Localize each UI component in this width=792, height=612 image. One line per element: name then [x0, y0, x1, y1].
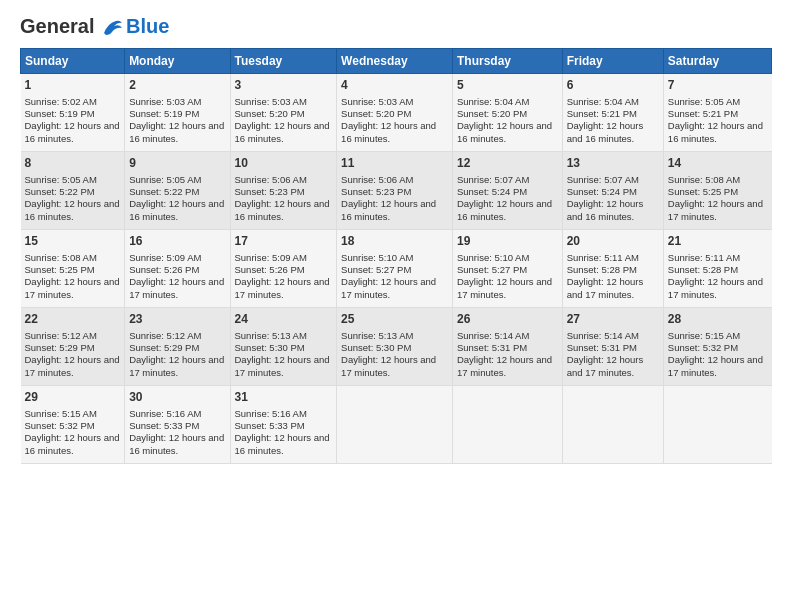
day-number: 24 — [235, 312, 333, 328]
sunset: Sunset: 5:27 PM — [341, 264, 411, 275]
weekday-header-thursday: Thursday — [452, 49, 562, 74]
daylight: Daylight: 12 hours and 16 minutes. — [235, 120, 330, 143]
day-cell: 16Sunrise: 5:09 AMSunset: 5:26 PMDayligh… — [125, 230, 230, 308]
day-cell: 1Sunrise: 5:02 AMSunset: 5:19 PMDaylight… — [21, 74, 125, 152]
sunset: Sunset: 5:26 PM — [235, 264, 305, 275]
day-number: 29 — [25, 390, 121, 406]
day-number: 12 — [457, 156, 558, 172]
daylight: Daylight: 12 hours and 17 minutes. — [668, 198, 763, 221]
sunset: Sunset: 5:28 PM — [567, 264, 637, 275]
day-number: 15 — [25, 234, 121, 250]
sunset: Sunset: 5:33 PM — [129, 420, 199, 431]
sunrise: Sunrise: 5:09 AM — [129, 252, 201, 263]
sunrise: Sunrise: 5:07 AM — [567, 174, 639, 185]
sunset: Sunset: 5:25 PM — [25, 264, 95, 275]
day-number: 18 — [341, 234, 448, 250]
sunset: Sunset: 5:25 PM — [668, 186, 738, 197]
sunset: Sunset: 5:19 PM — [25, 108, 95, 119]
daylight: Daylight: 12 hours and 17 minutes. — [668, 276, 763, 299]
day-number: 13 — [567, 156, 659, 172]
sunset: Sunset: 5:28 PM — [668, 264, 738, 275]
sunrise: Sunrise: 5:15 AM — [668, 330, 740, 341]
day-cell: 7Sunrise: 5:05 AMSunset: 5:21 PMDaylight… — [663, 74, 771, 152]
daylight: Daylight: 12 hours and 16 minutes. — [567, 120, 644, 143]
sunrise: Sunrise: 5:14 AM — [457, 330, 529, 341]
sunrise: Sunrise: 5:10 AM — [341, 252, 413, 263]
day-cell — [562, 386, 663, 464]
daylight: Daylight: 12 hours and 17 minutes. — [129, 354, 224, 377]
daylight: Daylight: 12 hours and 16 minutes. — [25, 120, 120, 143]
day-cell: 6Sunrise: 5:04 AMSunset: 5:21 PMDaylight… — [562, 74, 663, 152]
day-cell: 10Sunrise: 5:06 AMSunset: 5:23 PMDayligh… — [230, 152, 337, 230]
day-number: 26 — [457, 312, 558, 328]
daylight: Daylight: 12 hours and 16 minutes. — [129, 198, 224, 221]
sunset: Sunset: 5:26 PM — [129, 264, 199, 275]
day-number: 3 — [235, 78, 333, 94]
sunset: Sunset: 5:23 PM — [341, 186, 411, 197]
daylight: Daylight: 12 hours and 16 minutes. — [341, 198, 436, 221]
weekday-header-tuesday: Tuesday — [230, 49, 337, 74]
weekday-header-sunday: Sunday — [21, 49, 125, 74]
day-number: 17 — [235, 234, 333, 250]
day-cell — [452, 386, 562, 464]
day-cell: 5Sunrise: 5:04 AMSunset: 5:20 PMDaylight… — [452, 74, 562, 152]
logo-blue: Blue — [126, 15, 169, 38]
day-cell: 27Sunrise: 5:14 AMSunset: 5:31 PMDayligh… — [562, 308, 663, 386]
day-number: 23 — [129, 312, 225, 328]
sunrise: Sunrise: 5:12 AM — [129, 330, 201, 341]
sunset: Sunset: 5:20 PM — [235, 108, 305, 119]
daylight: Daylight: 12 hours and 17 minutes. — [457, 276, 552, 299]
weekday-header-saturday: Saturday — [663, 49, 771, 74]
sunset: Sunset: 5:21 PM — [567, 108, 637, 119]
sunrise: Sunrise: 5:12 AM — [25, 330, 97, 341]
sunrise: Sunrise: 5:15 AM — [25, 408, 97, 419]
sunrise: Sunrise: 5:08 AM — [668, 174, 740, 185]
sunrise: Sunrise: 5:03 AM — [341, 96, 413, 107]
daylight: Daylight: 12 hours and 17 minutes. — [129, 276, 224, 299]
sunrise: Sunrise: 5:16 AM — [235, 408, 307, 419]
sunset: Sunset: 5:20 PM — [457, 108, 527, 119]
sunset: Sunset: 5:22 PM — [129, 186, 199, 197]
daylight: Daylight: 12 hours and 16 minutes. — [25, 432, 120, 455]
day-number: 7 — [668, 78, 768, 94]
day-cell: 26Sunrise: 5:14 AMSunset: 5:31 PMDayligh… — [452, 308, 562, 386]
sunrise: Sunrise: 5:11 AM — [668, 252, 740, 263]
day-cell: 20Sunrise: 5:11 AMSunset: 5:28 PMDayligh… — [562, 230, 663, 308]
daylight: Daylight: 12 hours and 16 minutes. — [457, 120, 552, 143]
daylight: Daylight: 12 hours and 17 minutes. — [235, 276, 330, 299]
sunrise: Sunrise: 5:06 AM — [341, 174, 413, 185]
day-cell: 24Sunrise: 5:13 AMSunset: 5:30 PMDayligh… — [230, 308, 337, 386]
logo: General Blue — [20, 15, 169, 38]
sunrise: Sunrise: 5:02 AM — [25, 96, 97, 107]
page-container: General Blue SundayMondayTuesdayWednesda… — [0, 0, 792, 474]
day-cell: 22Sunrise: 5:12 AMSunset: 5:29 PMDayligh… — [21, 308, 125, 386]
day-cell: 9Sunrise: 5:05 AMSunset: 5:22 PMDaylight… — [125, 152, 230, 230]
day-cell: 12Sunrise: 5:07 AMSunset: 5:24 PMDayligh… — [452, 152, 562, 230]
day-number: 4 — [341, 78, 448, 94]
daylight: Daylight: 12 hours and 16 minutes. — [25, 198, 120, 221]
sunrise: Sunrise: 5:13 AM — [341, 330, 413, 341]
logo-general: General — [20, 15, 94, 37]
sunset: Sunset: 5:31 PM — [457, 342, 527, 353]
sunset: Sunset: 5:31 PM — [567, 342, 637, 353]
daylight: Daylight: 12 hours and 16 minutes. — [235, 198, 330, 221]
week-row-1: 1Sunrise: 5:02 AMSunset: 5:19 PMDaylight… — [21, 74, 772, 152]
logo-bird-icon — [102, 19, 124, 37]
week-row-3: 15Sunrise: 5:08 AMSunset: 5:25 PMDayligh… — [21, 230, 772, 308]
day-number: 28 — [668, 312, 768, 328]
day-number: 14 — [668, 156, 768, 172]
daylight: Daylight: 12 hours and 17 minutes. — [341, 276, 436, 299]
sunrise: Sunrise: 5:13 AM — [235, 330, 307, 341]
sunset: Sunset: 5:19 PM — [129, 108, 199, 119]
day-cell: 15Sunrise: 5:08 AMSunset: 5:25 PMDayligh… — [21, 230, 125, 308]
day-number: 2 — [129, 78, 225, 94]
sunset: Sunset: 5:29 PM — [25, 342, 95, 353]
day-cell: 31Sunrise: 5:16 AMSunset: 5:33 PMDayligh… — [230, 386, 337, 464]
calendar-table: SundayMondayTuesdayWednesdayThursdayFrid… — [20, 48, 772, 464]
sunrise: Sunrise: 5:06 AM — [235, 174, 307, 185]
day-cell: 23Sunrise: 5:12 AMSunset: 5:29 PMDayligh… — [125, 308, 230, 386]
day-cell: 25Sunrise: 5:13 AMSunset: 5:30 PMDayligh… — [337, 308, 453, 386]
day-cell: 8Sunrise: 5:05 AMSunset: 5:22 PMDaylight… — [21, 152, 125, 230]
daylight: Daylight: 12 hours and 16 minutes. — [129, 432, 224, 455]
day-cell: 29Sunrise: 5:15 AMSunset: 5:32 PMDayligh… — [21, 386, 125, 464]
